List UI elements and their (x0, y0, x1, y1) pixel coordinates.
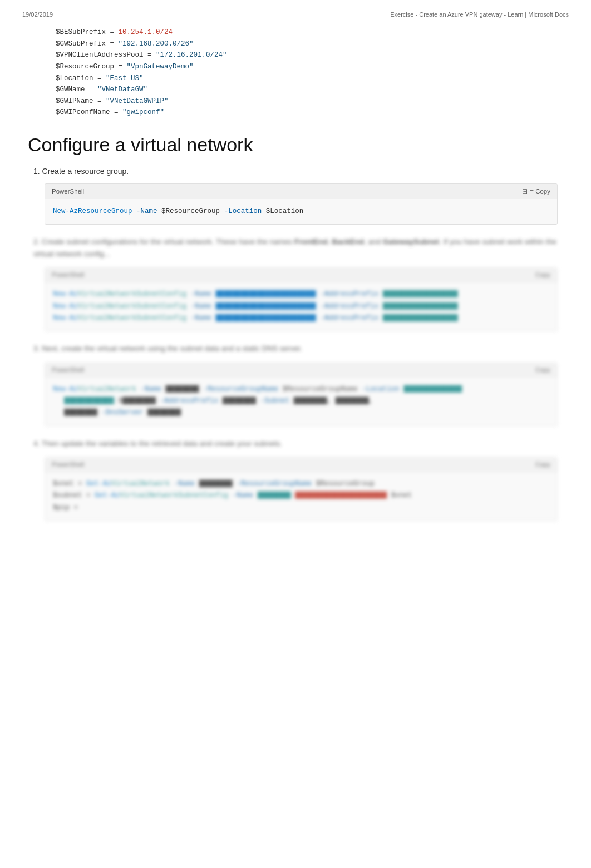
date-label: 19/02/2019 (22, 11, 53, 18)
step-1: 1. Create a resource group. PowerShell ⊟… (22, 167, 569, 225)
blurred-sections: 2. Create subnet configurations for the … (22, 236, 569, 521)
var-name: $BESubPrefix (56, 28, 110, 36)
section-title: Configure a virtual network (22, 134, 569, 156)
var-value: "VNetDataGW" (97, 86, 147, 93)
copy-button[interactable]: ⊟ = Copy (522, 187, 550, 195)
variable-line: $BESubPrefix = 10.254.1.0/24 (56, 27, 569, 38)
variable-line: $ResourceGroup = "VpnGatewayDemo" (56, 61, 569, 73)
step-1-code-block: PowerShell ⊟ = Copy New-AzResourceGroup … (45, 183, 558, 225)
var-name: $GWIPName (56, 97, 97, 105)
variable-line: $GWIPName = "VNetDataGWPIP" (56, 96, 569, 107)
blurred-code-header-2: PowerShell Copy (45, 268, 557, 282)
variables-block: $BESubPrefix = 10.254.1.0/24$GWSubPrefix… (22, 27, 569, 118)
blurred-step-2-code: PowerShell Copy New-AzVirtualNetworkSubn… (45, 267, 558, 331)
var-value: "gwipconf" (122, 108, 164, 116)
copy-label: = Copy (530, 188, 550, 195)
var-name: $GWSubPrefix (56, 40, 110, 48)
var-name: $ResourceGroup (56, 63, 119, 71)
var-name: $GWName (56, 86, 89, 93)
equals-icon: ⊟ (522, 187, 528, 195)
variable-line: $GWSubPrefix = "192.168.200.0/26" (56, 38, 569, 50)
blurred-lang-2: PowerShell (52, 271, 84, 278)
blurred-copy-btn-3[interactable]: Copy (535, 366, 550, 373)
cmdlet-new-resourcegroup: New-AzResourceGroup (53, 207, 132, 215)
blurred-code-content-3: New-AzVirtualNetwork -Name ████████ -Res… (45, 377, 557, 426)
var-value: "VpnGatewayDemo" (127, 63, 194, 71)
page-title: Exercise - Create an Azure VPN gateway -… (390, 11, 569, 18)
blurred-step-3: 3. Next, create the virtual network usin… (22, 343, 569, 426)
var-value: "192.168.200.0/26" (119, 40, 194, 48)
code-content: New-AzResourceGroup -Name $ResourceGroup… (45, 199, 557, 224)
variable-line: $GWIPconfName = "gwipconf" (56, 107, 569, 118)
var-value: "172.16.201.0/24" (156, 51, 227, 59)
blurred-step-4-code: PowerShell Copy $vnet = Get-AzVirtualNet… (45, 457, 558, 521)
variable-line: $GWName = "VNetDataGW" (56, 84, 569, 96)
var-resource-group: $ResourceGroup (161, 207, 220, 215)
lang-label: PowerShell (52, 188, 84, 195)
var-value: 10.254.1.0/24 (119, 28, 173, 36)
param-name: -Name (136, 207, 157, 215)
blurred-copy-btn-4[interactable]: Copy (535, 461, 550, 468)
blurred-code-header-3: PowerShell Copy (45, 363, 557, 377)
blurred-step-3-code: PowerShell Copy New-AzVirtualNetwork -Na… (45, 363, 558, 426)
step-1-label: 1. Create a resource group. (22, 167, 569, 176)
var-location: $Location (266, 207, 304, 215)
top-bar: 19/02/2019 Exercise - Create an Azure VP… (22, 11, 569, 18)
blurred-code-header-4: PowerShell Copy (45, 458, 557, 472)
blurred-step-4: 4. Then update the variables to the retr… (22, 438, 569, 521)
blurred-step-2: 2. Create subnet configurations for the … (22, 236, 569, 331)
blurred-lang-4: PowerShell (52, 461, 84, 468)
blurred-lang-3: PowerShell (52, 366, 84, 373)
blurred-code-content-4: $vnet = Get-AzVirtualNetwork -Name █████… (45, 472, 557, 520)
var-value: "East US" (106, 75, 144, 82)
blurred-step-2-intro: 2. Create subnet configurations for the … (22, 236, 569, 260)
code-block-header: PowerShell ⊟ = Copy (45, 184, 557, 199)
blurred-copy-btn-2[interactable]: Copy (535, 271, 550, 278)
var-name: $GWIPconfName (56, 108, 114, 116)
blurred-code-content-2: New-AzVirtualNetworkSubnetConfig -Name █… (45, 282, 557, 331)
param-location: -Location (224, 207, 262, 215)
var-value: "VNetDataGWPIP" (106, 97, 169, 105)
var-name: $VPNClientAddressPool (56, 51, 147, 59)
variable-line: $Location = "East US" (56, 73, 569, 85)
var-name: $Location (56, 75, 97, 82)
variable-line: $VPNClientAddressPool = "172.16.201.0/24… (56, 49, 569, 61)
blurred-step-3-intro: 3. Next, create the virtual network usin… (22, 343, 569, 355)
blurred-step-4-intro: 4. Then update the variables to the retr… (22, 438, 569, 450)
